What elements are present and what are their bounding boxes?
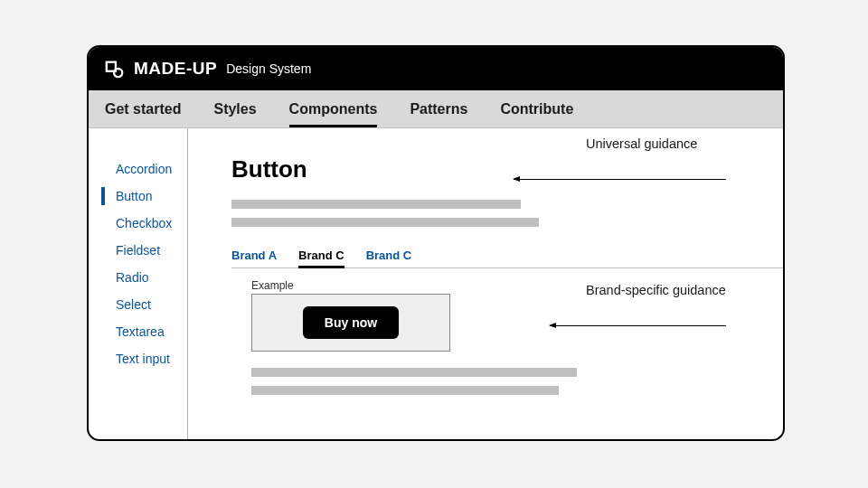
brand-guidance-placeholder [251, 386, 559, 395]
sidebar-item-radio[interactable]: Radio [89, 264, 187, 291]
sidebar-item-text-input[interactable]: Text input [89, 345, 187, 372]
annotation-brand-specific: Brand-specific guidance [586, 282, 726, 299]
brand-name: MADE-UP [134, 59, 217, 79]
brand-tabs: Brand A Brand C Brand C [231, 243, 783, 268]
annotation-universal-text: Universal guidance [586, 136, 697, 151]
nav-tab-styles[interactable]: Styles [213, 92, 256, 127]
titlebar: MADE-UP Design System [89, 47, 783, 90]
arrow-universal [514, 179, 726, 180]
arrow-brand-specific [550, 325, 726, 326]
primary-nav: Get started Styles Components Patterns C… [89, 90, 783, 128]
brand-tab-c-active[interactable]: Brand C [298, 243, 344, 267]
nav-tab-contribute[interactable]: Contribute [500, 92, 573, 127]
sidebar-item-fieldset[interactable]: Fieldset [89, 237, 187, 264]
brand-guidance-placeholder [251, 368, 577, 377]
sidebar-item-accordion[interactable]: Accordion [89, 155, 187, 183]
content-body: Accordion Button Checkbox Fieldset Radio… [89, 128, 783, 439]
sidebar-item-textarea[interactable]: Textarea [89, 318, 187, 345]
guidance-text-placeholder [231, 200, 521, 209]
nav-tab-components[interactable]: Components [289, 92, 378, 127]
buy-now-button[interactable]: Buy now [303, 306, 399, 339]
example-preview: Buy now [251, 294, 450, 352]
nav-tab-patterns[interactable]: Patterns [410, 92, 467, 127]
app-window: MADE-UP Design System Get started Styles… [87, 45, 785, 441]
main-content: Button Brand A Brand C Brand C Example B… [188, 128, 783, 439]
brand-tab-c[interactable]: Brand C [366, 243, 412, 267]
brand-tab-a[interactable]: Brand A [231, 243, 277, 267]
sidebar-item-button[interactable]: Button [89, 183, 187, 210]
svg-point-1 [114, 69, 122, 77]
sidebar: Accordion Button Checkbox Fieldset Radio… [89, 128, 188, 439]
sidebar-item-select[interactable]: Select [89, 291, 187, 318]
annotation-brand-specific-text: Brand-specific guidance [586, 283, 726, 297]
nav-tab-get-started[interactable]: Get started [105, 92, 181, 127]
guidance-text-placeholder [231, 218, 539, 227]
annotation-universal: Universal guidance [586, 136, 697, 153]
sidebar-item-checkbox[interactable]: Checkbox [89, 210, 187, 237]
brand-subtitle: Design System [226, 61, 311, 76]
logo-icon [105, 59, 125, 79]
